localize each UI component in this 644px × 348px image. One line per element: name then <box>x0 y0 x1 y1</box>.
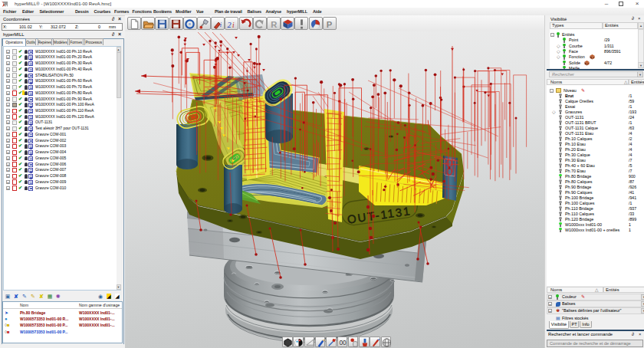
svg-text:00: 00 <box>339 339 347 346</box>
